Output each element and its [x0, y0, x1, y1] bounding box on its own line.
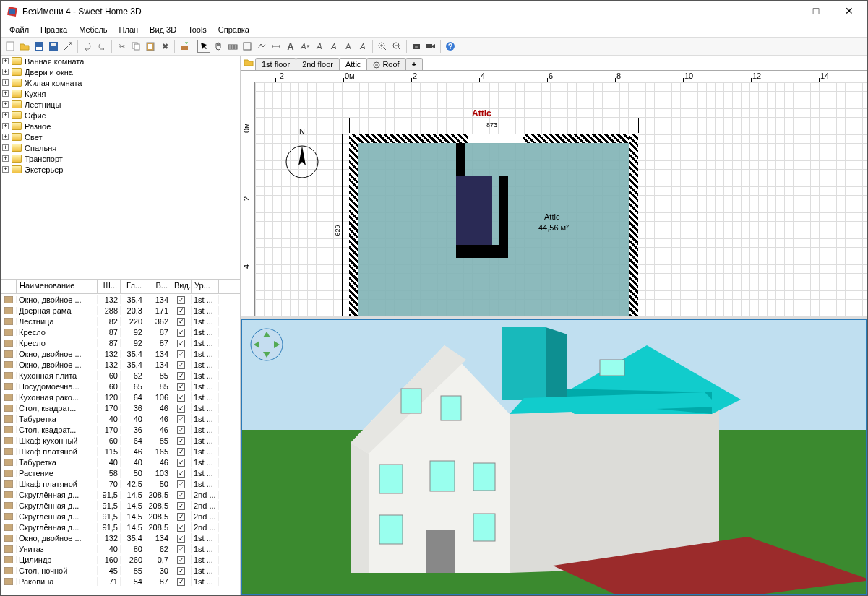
table-row[interactable]: Скруглённая д...91,514,5208,5✓2nd ...: [1, 489, 240, 500]
visible-checkbox[interactable]: ✓: [177, 535, 185, 543]
visible-checkbox[interactable]: ✓: [177, 470, 185, 478]
visible-checkbox[interactable]: ✓: [177, 545, 185, 553]
table-row[interactable]: Стол, ночной458530✓1st ...: [1, 565, 240, 576]
text-a4-icon[interactable]: A: [356, 40, 369, 53]
catalog-item[interactable]: +Разное: [1, 121, 240, 131]
visible-checkbox[interactable]: ✓: [177, 372, 185, 380]
catalog-item[interactable]: +Лестницы: [1, 99, 240, 110]
undo-icon[interactable]: [81, 40, 94, 53]
expand-icon[interactable]: +: [2, 58, 9, 64]
plan-view[interactable]: 1st floor 2nd floor Attic Roof + -20м246…: [241, 56, 867, 319]
table-row[interactable]: Табуретка404046✓1st ...: [1, 457, 240, 467]
copy-icon[interactable]: [129, 40, 142, 53]
table-row[interactable]: Шкаф кухонный606485✓1st ...: [1, 435, 240, 446]
visible-checkbox[interactable]: ✓: [177, 502, 185, 510]
menu-edit[interactable]: Правка: [35, 24, 73, 35]
open-icon[interactable]: [18, 40, 31, 53]
tab-1st-floor[interactable]: 1st floor: [255, 58, 296, 70]
paste-icon[interactable]: [144, 40, 157, 53]
table-row[interactable]: Шкаф платяной7042,550✓1st ...: [1, 478, 240, 489]
catalog-item[interactable]: +Жилая комната: [1, 77, 240, 88]
table-row[interactable]: Стол, квадрат...1703646✓1st ...: [1, 402, 240, 413]
col-depth[interactable]: Гл...: [121, 280, 145, 293]
visible-checkbox[interactable]: ✓: [177, 361, 185, 369]
table-row[interactable]: Растение5850103✓1st ...: [1, 467, 240, 478]
menu-help[interactable]: Справка: [212, 24, 255, 35]
catalog-item[interactable]: +Ванная комната: [1, 56, 240, 66]
visible-checkbox[interactable]: ✓: [177, 491, 185, 499]
table-row[interactable]: Скруглённая д...91,514,5208,5✓2nd ...: [1, 522, 240, 532]
cut-icon[interactable]: ✂: [115, 40, 128, 53]
room-tool-icon[interactable]: [241, 40, 254, 53]
polyline-tool-icon[interactable]: [255, 40, 268, 53]
table-row[interactable]: Шкаф платяной11546165✓1st ...: [1, 446, 240, 457]
table-row[interactable]: Табуретка404046✓1st ...: [1, 413, 240, 424]
expand-icon[interactable]: +: [2, 90, 9, 97]
new-icon[interactable]: [4, 40, 17, 53]
expand-icon[interactable]: +: [2, 79, 9, 86]
visible-checkbox[interactable]: ✓: [177, 405, 185, 413]
table-row[interactable]: Кресло879287✓1st ...: [1, 327, 240, 337]
visible-checkbox[interactable]: ✓: [177, 556, 185, 564]
save-close-icon[interactable]: [47, 40, 60, 53]
expand-icon[interactable]: +: [2, 144, 9, 151]
visible-checkbox[interactable]: ✓: [177, 415, 185, 423]
level-lock-icon[interactable]: [244, 57, 255, 69]
catalog-item[interactable]: +Транспорт: [1, 153, 240, 164]
visible-checkbox[interactable]: ✓: [177, 578, 185, 586]
menu-tools[interactable]: Tools: [182, 24, 212, 35]
table-row[interactable]: Стол, квадрат...1703646✓1st ...: [1, 424, 240, 435]
redo-icon[interactable]: [95, 40, 108, 53]
expand-icon[interactable]: +: [2, 123, 9, 129]
camera-icon[interactable]: [410, 40, 423, 53]
table-row[interactable]: Кухонная рако...12064106✓1st ...: [1, 392, 240, 402]
visible-checkbox[interactable]: ✓: [177, 394, 185, 402]
table-row[interactable]: Цилиндр1602600,7✓1st ...: [1, 554, 240, 565]
catalog-item[interactable]: +Офис: [1, 110, 240, 121]
zoom-out-icon[interactable]: [390, 40, 403, 53]
visible-checkbox[interactable]: ✓: [177, 513, 185, 521]
close-button[interactable]: ✕: [833, 1, 866, 22]
delete-icon[interactable]: ✖: [158, 40, 171, 53]
catalog-item[interactable]: +Спальня: [1, 142, 240, 153]
table-row[interactable]: Лестница82220362✓1st ...: [1, 316, 240, 327]
minimize-button[interactable]: –: [766, 1, 799, 22]
col-visible[interactable]: Вид...: [171, 280, 192, 293]
visible-checkbox[interactable]: ✓: [177, 459, 185, 467]
table-row[interactable]: Посудомоечна...606585✓1st ...: [1, 381, 240, 392]
maximize-button[interactable]: □: [799, 1, 833, 22]
tab-add[interactable]: +: [405, 58, 423, 70]
catalog-item[interactable]: +Экстерьер: [1, 164, 240, 175]
visible-checkbox[interactable]: ✓: [177, 448, 185, 456]
wall-tool-icon[interactable]: [226, 40, 239, 53]
table-row[interactable]: Окно, двойное ...13235,4134✓1st ...: [1, 348, 240, 359]
pan-tool-icon[interactable]: [212, 40, 225, 53]
table-row[interactable]: Окно, двойное ...13235,4134✓1st ...: [1, 359, 240, 370]
tab-2nd-floor[interactable]: 2nd floor: [296, 58, 340, 70]
catalog-item[interactable]: +Свет: [1, 131, 240, 142]
visible-checkbox[interactable]: ✓: [177, 318, 185, 326]
catalog-item[interactable]: +Кухня: [1, 88, 240, 99]
table-row[interactable]: Окно, двойное ...13235,4134✓1st ...: [1, 294, 240, 305]
menu-plan[interactable]: План: [113, 24, 145, 35]
save-icon[interactable]: [33, 40, 46, 53]
visible-checkbox[interactable]: ✓: [177, 480, 185, 488]
col-level[interactable]: Ур...: [192, 280, 219, 293]
expand-icon[interactable]: +: [2, 166, 9, 173]
expand-icon[interactable]: +: [2, 134, 9, 140]
table-row[interactable]: Окно, двойное ...13235,4134✓1st ...: [1, 532, 240, 543]
video-icon[interactable]: [424, 40, 437, 53]
room-attic[interactable]: [358, 143, 629, 316]
select-tool-icon[interactable]: [197, 40, 210, 53]
dimension-tool-icon[interactable]: [270, 40, 283, 53]
expand-icon[interactable]: +: [2, 101, 9, 108]
text-a1-icon[interactable]: A: [313, 40, 326, 53]
expand-icon[interactable]: +: [2, 112, 9, 118]
table-row[interactable]: Кухонная плита606285✓1st ...: [1, 370, 240, 381]
add-furniture-icon[interactable]: [178, 40, 191, 53]
table-row[interactable]: Скруглённая д...91,514,5208,5✓2nd ...: [1, 500, 240, 511]
col-height[interactable]: В...: [145, 280, 171, 293]
expand-icon[interactable]: +: [2, 155, 9, 162]
tab-attic[interactable]: Attic: [339, 58, 367, 70]
text-a3-icon[interactable]: A: [342, 40, 355, 53]
